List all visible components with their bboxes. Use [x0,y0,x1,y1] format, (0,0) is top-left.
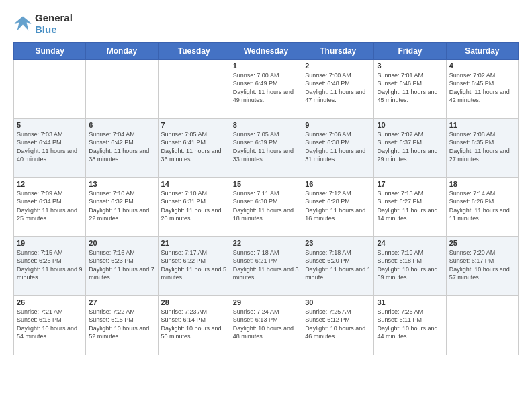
calendar-cell: 19Sunrise: 7:15 AM Sunset: 6:25 PM Dayli… [14,236,86,295]
calendar-cell: 1Sunrise: 7:00 AM Sunset: 6:49 PM Daylig… [230,59,302,118]
day-info: Sunrise: 7:24 AM Sunset: 6:13 PM Dayligh… [233,308,299,341]
calendar-cell: 9Sunrise: 7:06 AM Sunset: 6:38 PM Daylig… [302,118,374,177]
day-info: Sunrise: 7:00 AM Sunset: 6:48 PM Dayligh… [305,71,371,105]
day-number: 22 [233,239,299,247]
day-number: 13 [89,180,154,188]
calendar-cell: 13Sunrise: 7:10 AM Sunset: 6:32 PM Dayli… [86,177,158,236]
calendar-week-3: 12Sunrise: 7:09 AM Sunset: 6:34 PM Dayli… [14,177,519,236]
calendar-cell: 4Sunrise: 7:02 AM Sunset: 6:45 PM Daylig… [446,59,518,118]
day-number: 24 [377,239,443,247]
day-number: 7 [161,121,227,129]
day-number: 25 [449,239,515,247]
day-info: Sunrise: 7:12 AM Sunset: 6:28 PM Dayligh… [305,189,371,223]
calendar-cell: 21Sunrise: 7:17 AM Sunset: 6:22 PM Dayli… [158,236,230,295]
logo-icon [13,14,32,33]
day-info: Sunrise: 7:11 AM Sunset: 6:30 PM Dayligh… [233,189,299,223]
day-info: Sunrise: 7:09 AM Sunset: 6:34 PM Dayligh… [17,189,83,223]
calendar-cell: 30Sunrise: 7:25 AM Sunset: 6:12 PM Dayli… [302,295,374,355]
day-info: Sunrise: 7:08 AM Sunset: 6:35 PM Dayligh… [449,130,515,164]
calendar-cell: 14Sunrise: 7:10 AM Sunset: 6:31 PM Dayli… [158,177,230,236]
calendar-week-1: 1Sunrise: 7:00 AM Sunset: 6:49 PM Daylig… [14,59,519,118]
day-number: 14 [161,180,227,188]
day-info: Sunrise: 7:25 AM Sunset: 6:12 PM Dayligh… [305,308,371,341]
day-info: Sunrise: 7:04 AM Sunset: 6:42 PM Dayligh… [89,130,154,164]
day-info: Sunrise: 7:26 AM Sunset: 6:11 PM Dayligh… [377,308,443,341]
day-number: 8 [233,121,299,129]
calendar-cell: 24Sunrise: 7:19 AM Sunset: 6:18 PM Dayli… [374,236,446,295]
day-info: Sunrise: 7:02 AM Sunset: 6:45 PM Dayligh… [449,71,515,105]
calendar-cell: 27Sunrise: 7:22 AM Sunset: 6:15 PM Dayli… [86,295,158,355]
page: General Blue SundayMondayTuesdayWednesda… [0,0,532,411]
day-number: 30 [305,298,371,306]
day-number: 1 [233,62,299,70]
day-info: Sunrise: 7:03 AM Sunset: 6:44 PM Dayligh… [17,130,83,164]
column-header-sunday: Sunday [14,42,86,59]
calendar-cell: 29Sunrise: 7:24 AM Sunset: 6:13 PM Dayli… [230,295,302,355]
calendar-cell: 17Sunrise: 7:13 AM Sunset: 6:27 PM Dayli… [374,177,446,236]
day-number: 29 [233,298,299,306]
header: General Blue [13,12,519,36]
day-info: Sunrise: 7:14 AM Sunset: 6:26 PM Dayligh… [449,189,515,223]
day-info: Sunrise: 7:07 AM Sunset: 6:37 PM Dayligh… [377,130,443,164]
day-number: 2 [305,62,371,70]
day-info: Sunrise: 7:13 AM Sunset: 6:27 PM Dayligh… [377,189,443,223]
calendar-cell: 11Sunrise: 7:08 AM Sunset: 6:35 PM Dayli… [446,118,518,177]
calendar-cell: 25Sunrise: 7:20 AM Sunset: 6:17 PM Dayli… [446,236,518,295]
day-number: 31 [377,298,443,306]
calendar-cell: 23Sunrise: 7:18 AM Sunset: 6:20 PM Dayli… [302,236,374,295]
calendar-week-5: 26Sunrise: 7:21 AM Sunset: 6:16 PM Dayli… [14,295,519,355]
calendar-cell: 3Sunrise: 7:01 AM Sunset: 6:46 PM Daylig… [374,59,446,118]
day-info: Sunrise: 7:16 AM Sunset: 6:23 PM Dayligh… [89,248,154,282]
calendar-week-2: 5Sunrise: 7:03 AM Sunset: 6:44 PM Daylig… [14,118,519,177]
calendar-cell: 12Sunrise: 7:09 AM Sunset: 6:34 PM Dayli… [14,177,86,236]
calendar-cell: 16Sunrise: 7:12 AM Sunset: 6:28 PM Dayli… [302,177,374,236]
calendar-cell: 28Sunrise: 7:23 AM Sunset: 6:14 PM Dayli… [158,295,230,355]
calendar-cell [158,59,230,118]
day-info: Sunrise: 7:18 AM Sunset: 6:21 PM Dayligh… [233,248,299,282]
logo: General Blue [13,12,73,36]
day-number: 11 [449,121,515,129]
day-number: 27 [89,298,154,306]
calendar-cell [14,59,86,118]
day-info: Sunrise: 7:10 AM Sunset: 6:32 PM Dayligh… [89,189,154,223]
logo-text: General Blue [35,12,73,36]
calendar-cell: 20Sunrise: 7:16 AM Sunset: 6:23 PM Dayli… [86,236,158,295]
column-header-wednesday: Wednesday [230,42,302,59]
calendar-cell: 10Sunrise: 7:07 AM Sunset: 6:37 PM Dayli… [374,118,446,177]
calendar-cell [446,295,518,355]
day-number: 16 [305,180,371,188]
day-number: 5 [17,121,83,129]
calendar-cell: 7Sunrise: 7:05 AM Sunset: 6:41 PM Daylig… [158,118,230,177]
day-info: Sunrise: 7:06 AM Sunset: 6:38 PM Dayligh… [305,130,371,164]
calendar-table: SundayMondayTuesdayWednesdayThursdayFrid… [13,42,519,355]
calendar-cell: 18Sunrise: 7:14 AM Sunset: 6:26 PM Dayli… [446,177,518,236]
day-info: Sunrise: 7:01 AM Sunset: 6:46 PM Dayligh… [377,71,443,105]
day-number: 20 [89,239,154,247]
column-header-monday: Monday [86,42,158,59]
day-info: Sunrise: 7:21 AM Sunset: 6:16 PM Dayligh… [17,308,83,341]
day-info: Sunrise: 7:22 AM Sunset: 6:15 PM Dayligh… [89,308,154,341]
calendar-cell: 22Sunrise: 7:18 AM Sunset: 6:21 PM Dayli… [230,236,302,295]
day-number: 9 [305,121,371,129]
calendar-cell: 2Sunrise: 7:00 AM Sunset: 6:48 PM Daylig… [302,59,374,118]
calendar-week-4: 19Sunrise: 7:15 AM Sunset: 6:25 PM Dayli… [14,236,519,295]
day-info: Sunrise: 7:23 AM Sunset: 6:14 PM Dayligh… [161,308,227,341]
calendar-cell [86,59,158,118]
calendar-header-row: SundayMondayTuesdayWednesdayThursdayFrid… [14,42,519,59]
column-header-friday: Friday [374,42,446,59]
column-header-thursday: Thursday [302,42,374,59]
day-info: Sunrise: 7:10 AM Sunset: 6:31 PM Dayligh… [161,189,227,223]
day-number: 21 [161,239,227,247]
calendar-cell: 8Sunrise: 7:05 AM Sunset: 6:39 PM Daylig… [230,118,302,177]
day-info: Sunrise: 7:18 AM Sunset: 6:20 PM Dayligh… [305,248,371,282]
day-info: Sunrise: 7:05 AM Sunset: 6:41 PM Dayligh… [161,130,227,164]
calendar-cell: 26Sunrise: 7:21 AM Sunset: 6:16 PM Dayli… [14,295,86,355]
day-number: 28 [161,298,227,306]
calendar-cell: 31Sunrise: 7:26 AM Sunset: 6:11 PM Dayli… [374,295,446,355]
svg-marker-0 [14,17,31,31]
calendar-cell: 15Sunrise: 7:11 AM Sunset: 6:30 PM Dayli… [230,177,302,236]
day-info: Sunrise: 7:17 AM Sunset: 6:22 PM Dayligh… [161,248,227,282]
day-info: Sunrise: 7:20 AM Sunset: 6:17 PM Dayligh… [449,248,515,282]
day-number: 3 [377,62,443,70]
day-number: 17 [377,180,443,188]
